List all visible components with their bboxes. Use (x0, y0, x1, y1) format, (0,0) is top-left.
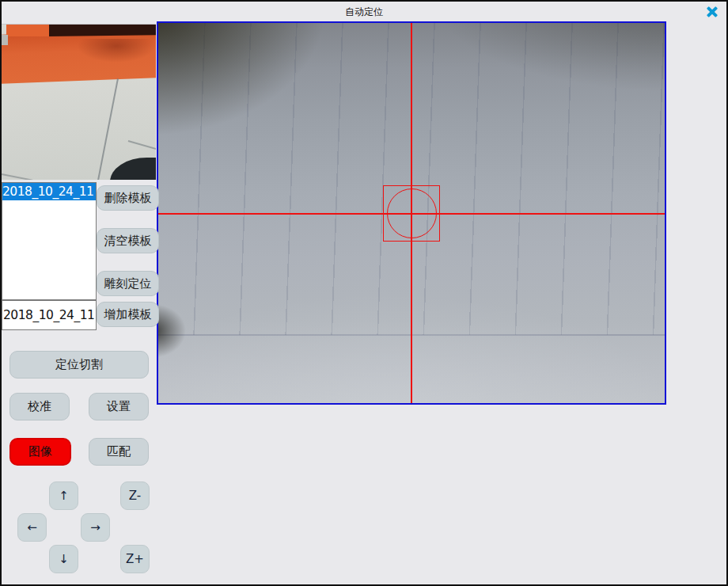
target-circle-overlay (387, 188, 437, 238)
close-icon[interactable] (704, 5, 720, 19)
thumbnail-tile-line-vertical (97, 78, 119, 180)
image-button[interactable]: 图像 (9, 438, 71, 466)
clear-templates-button[interactable]: 清空模板 (97, 228, 159, 253)
title-bar: 自动定位 (2, 2, 726, 22)
window-title: 自动定位 (2, 2, 726, 22)
auto-locate-window: 自动定位 2018_10_24_11 删除模板 清空模板 雕刻定位 增加模板 定… (2, 2, 726, 584)
list-item[interactable]: 2018_10_24_11 (2, 183, 96, 200)
camera-view[interactable] (157, 21, 666, 405)
template-thumbnail (2, 24, 156, 180)
thumbnail-beam-shadow (77, 39, 156, 63)
calibrate-button[interactable]: 校准 (9, 393, 70, 420)
jog-up-button[interactable]: ↑ (49, 481, 78, 510)
z-plus-button[interactable]: Z+ (120, 545, 150, 573)
jog-left-button[interactable]: ← (17, 513, 47, 542)
thumbnail-orange-chip (6, 25, 49, 36)
thumbnail-tile-line-left (2, 173, 32, 180)
locate-cut-button[interactable]: 定位切割 (9, 351, 149, 379)
add-template-button[interactable]: 增加模板 (97, 302, 159, 327)
engrave-locate-button[interactable]: 雕刻定位 (97, 271, 159, 296)
jog-right-button[interactable]: → (81, 513, 110, 542)
template-list[interactable]: 2018_10_24_11 (2, 182, 97, 300)
thumbnail-tile-line-right (128, 140, 156, 151)
jog-down-button[interactable]: ↓ (49, 545, 78, 573)
match-button[interactable]: 匹配 (89, 438, 149, 466)
thumbnail-dark-object (110, 158, 156, 180)
z-minus-button[interactable]: Z- (120, 481, 150, 510)
settings-button[interactable]: 设置 (89, 393, 149, 420)
thumbnail-dark-bar (47, 24, 156, 36)
template-name-input[interactable] (2, 300, 97, 330)
thumbnail-gray-notch (2, 35, 8, 45)
delete-template-button[interactable]: 删除模板 (97, 185, 159, 211)
